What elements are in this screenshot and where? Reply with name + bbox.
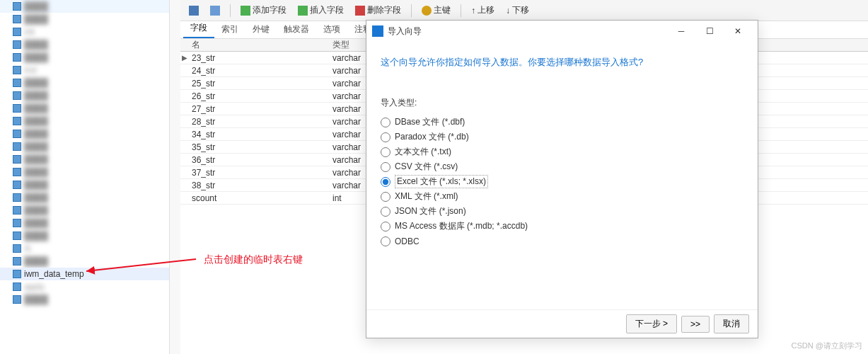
col-name[interactable]: 名 — [180, 39, 332, 51]
radio-input[interactable] — [381, 177, 390, 187]
cell-name[interactable]: 37_str — [180, 168, 332, 178]
row-marker: ▶ — [182, 54, 189, 62]
dialog-title: 导入向导 — [388, 25, 667, 38]
radio-input[interactable] — [381, 162, 390, 172]
radio-input[interactable] — [381, 222, 390, 232]
cell-name[interactable]: 35_str — [180, 142, 332, 152]
tree-item[interactable]: ████ — [0, 76, 169, 89]
tree-item[interactable]: ████ — [0, 115, 169, 127]
tree-item[interactable]: insl — [0, 64, 169, 76]
tree-item[interactable]: ████ — [0, 255, 169, 268]
tree-item-label: ████ — [24, 52, 48, 62]
tree-item[interactable]: ████ — [0, 204, 169, 217]
tree-item-label: ████ — [24, 205, 48, 215]
cancel-button[interactable]: 取消 — [714, 314, 749, 333]
minimize-button[interactable]: ─ — [667, 22, 695, 40]
tree-item[interactable]: ████ — [0, 89, 169, 102]
table-icon — [13, 232, 21, 240]
tab-选项[interactable]: 选项 — [316, 21, 347, 38]
cell-name[interactable]: 27_str — [180, 104, 332, 114]
save-button[interactable] — [185, 4, 203, 17]
cell-name[interactable]: scount — [180, 193, 332, 203]
option-label: CSV 文件 (*.csv) — [395, 161, 458, 173]
cell-name[interactable]: 23_str — [180, 53, 332, 63]
cell-name[interactable]: 25_str — [180, 79, 332, 88]
table-icon — [13, 193, 21, 202]
import-option[interactable]: Excel 文件 (*.xls; *.xlsx) — [381, 174, 743, 189]
insert-field-button[interactable]: 插入字段 — [294, 3, 348, 18]
tree-item[interactable]: ████ — [0, 191, 169, 204]
tab-索引[interactable]: 索引 — [214, 21, 245, 38]
tab-字段[interactable]: 字段 — [183, 19, 214, 38]
cell-name[interactable]: 26_str — [180, 91, 332, 101]
add-field-button[interactable]: 添加字段 — [236, 3, 291, 18]
radio-input[interactable] — [381, 207, 390, 217]
table-icon — [13, 104, 21, 113]
table-icon — [13, 66, 21, 74]
radio-input[interactable] — [381, 192, 390, 202]
tree-item[interactable]: ████ — [0, 13, 169, 25]
tree-item-label: ████ — [24, 129, 48, 139]
tree-item-iwm-data-temp[interactable]: iwm_data_temp — [0, 268, 169, 280]
maximize-button[interactable]: ☐ — [695, 22, 724, 40]
move-down-button[interactable]: 下移 — [502, 3, 533, 18]
dialog-titlebar[interactable]: 导入向导 ─ ☐ ✕ — [366, 21, 758, 42]
table-icon — [13, 130, 21, 138]
option-label: ODBC — [395, 236, 419, 246]
table-icon — [13, 244, 21, 253]
tree-item[interactable]: ████ — [0, 51, 169, 64]
cell-name[interactable]: 24_str — [180, 66, 332, 76]
import-option[interactable]: JSON 文件 (*.json) — [381, 204, 743, 219]
import-option[interactable]: CSV 文件 (*.csv) — [381, 159, 743, 174]
wizard-prompt: 这个向导允许你指定如何导入数据。你要选择哪种数据导入格式? — [381, 56, 743, 69]
import-wizard-dialog: 导入向导 ─ ☐ ✕ 这个向导允许你指定如何导入数据。你要选择哪种数据导入格式?… — [366, 20, 758, 338]
tree-item[interactable]: ████ — [0, 229, 169, 242]
tree-item[interactable]: ████ — [0, 127, 169, 140]
import-option[interactable]: Paradox 文件 (*.db) — [381, 130, 743, 144]
tree-item-label: ████ — [24, 167, 48, 177]
tree-item[interactable]: rk — [0, 242, 169, 255]
skip-button[interactable]: >> — [681, 316, 710, 333]
cell-name[interactable]: 28_str — [180, 117, 332, 127]
import-type-label: 导入类型: — [381, 97, 743, 109]
table-icon — [13, 270, 21, 278]
tree-item[interactable]: ████ — [0, 0, 169, 13]
radio-input[interactable] — [381, 236, 390, 246]
radio-input[interactable] — [381, 147, 390, 157]
import-option[interactable]: DBase 文件 (*.dbf) — [381, 115, 743, 130]
tree-item[interactable]: apply — [0, 280, 169, 293]
tree-item[interactable]: ████ — [0, 293, 169, 306]
tree-item[interactable]: ink — [0, 25, 169, 38]
table-icon — [13, 142, 21, 151]
tree-item[interactable]: ████ — [0, 102, 169, 115]
tree-item[interactable]: ████ — [0, 153, 169, 166]
delete-field-button[interactable]: 删除字段 — [351, 3, 405, 18]
cell-name[interactable]: 36_str — [180, 155, 332, 165]
option-label: 文本文件 (*.txt) — [395, 146, 451, 158]
tree-item-label: ████ — [24, 193, 48, 202]
close-button[interactable]: ✕ — [724, 22, 752, 40]
tab-外键[interactable]: 外键 — [245, 21, 277, 38]
tree-item[interactable]: ████ — [0, 140, 169, 153]
tab-触发器[interactable]: 触发器 — [277, 21, 316, 38]
cell-name[interactable]: 38_str — [180, 181, 332, 190]
option-label: XML 文件 (*.xml) — [395, 190, 458, 202]
cell-name[interactable]: 34_str — [180, 130, 332, 139]
tree-item[interactable]: ████ — [0, 38, 169, 51]
tree-item[interactable]: ████ — [0, 178, 169, 191]
tree-item[interactable]: ████ — [0, 166, 169, 178]
next-button[interactable]: 下一步 > — [626, 314, 677, 333]
move-up-button[interactable]: 上移 — [467, 3, 499, 18]
primary-key-button[interactable]: 主键 — [417, 3, 455, 18]
tree-item[interactable]: ████ — [0, 217, 169, 229]
table-icon — [13, 28, 21, 36]
import-option[interactable]: MS Access 数据库 (*.mdb; *.accdb) — [381, 219, 743, 234]
import-option[interactable]: ODBC — [381, 234, 743, 249]
save-as-button[interactable] — [206, 4, 224, 17]
import-option[interactable]: XML 文件 (*.xml) — [381, 189, 743, 204]
table-icon — [13, 155, 21, 164]
import-option[interactable]: 文本文件 (*.txt) — [381, 144, 743, 159]
option-label: DBase 文件 (*.dbf) — [395, 116, 465, 128]
radio-input[interactable] — [381, 118, 390, 127]
radio-input[interactable] — [381, 132, 390, 142]
